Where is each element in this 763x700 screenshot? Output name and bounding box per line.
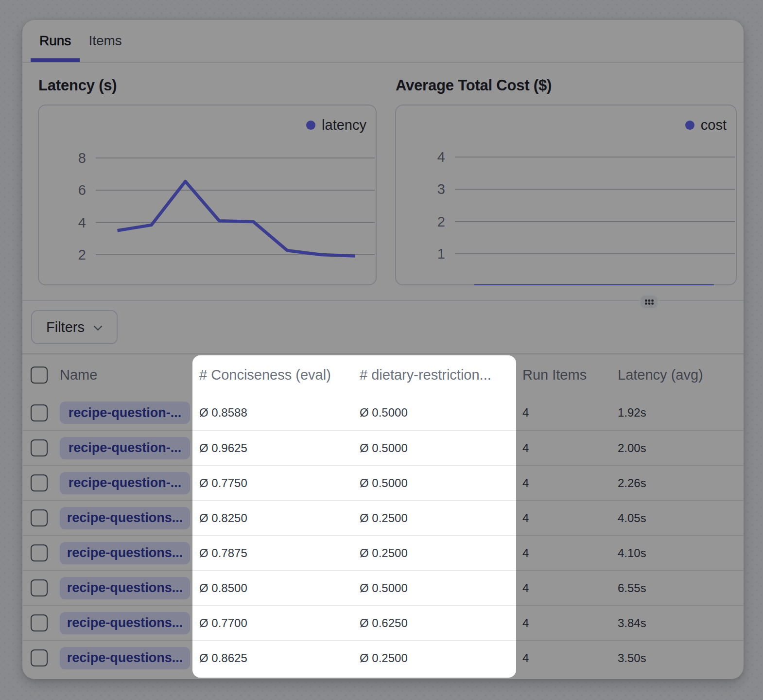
row-checkbox[interactable]	[31, 614, 48, 631]
cost-legend-label: cost	[701, 117, 727, 133]
cell-name: recipe-question-...	[52, 437, 191, 459]
latency-chart-card: 2468 latency	[38, 105, 377, 285]
cell-conciseness: Ø 0.9625	[191, 441, 352, 455]
latency-legend: latency	[306, 116, 366, 134]
row-checkbox[interactable]	[31, 439, 48, 456]
run-name-pill[interactable]: recipe-questions...	[60, 542, 190, 564]
run-name-pill[interactable]: recipe-question-...	[60, 472, 190, 494]
cell-latency: 2.26s	[610, 476, 744, 490]
table-row: recipe-question-...Ø 0.8588Ø 0.500041.92…	[22, 395, 744, 430]
run-name-pill[interactable]: recipe-questions...	[60, 612, 190, 634]
cell-conciseness: Ø 0.7875	[191, 546, 352, 560]
run-name-pill[interactable]: recipe-question-...	[60, 437, 190, 459]
run-name-pill[interactable]: recipe-questions...	[60, 507, 190, 529]
row-checkbox[interactable]	[31, 474, 48, 491]
svg-text:3: 3	[437, 181, 445, 197]
filters-toolbar: Filters	[22, 301, 744, 353]
chevron-down-icon	[92, 322, 104, 334]
cell-dietary: Ø 0.2500	[352, 511, 515, 525]
tab-bar: Runs Items	[22, 20, 744, 63]
run-name-pill[interactable]: recipe-questions...	[60, 647, 190, 669]
cost-legend-dot-icon	[685, 121, 694, 130]
cost-chart-title: Average Total Cost ($)	[395, 77, 737, 94]
cell-name: recipe-questions...	[52, 577, 191, 599]
svg-text:1: 1	[437, 246, 445, 262]
cell-name: recipe-question-...	[52, 402, 191, 424]
tab-runs[interactable]: Runs	[31, 20, 80, 62]
cell-conciseness: Ø 0.7700	[191, 616, 352, 630]
cell-conciseness: Ø 0.7750	[191, 476, 352, 490]
row-checkbox-cell	[22, 649, 52, 666]
latency-legend-label: latency	[322, 117, 366, 133]
cell-run-items: 4	[515, 651, 610, 665]
cost-chart-card: 1234 cost	[395, 105, 737, 285]
cell-run-items: 4	[515, 511, 610, 525]
cell-latency: 1.92s	[610, 406, 744, 420]
cell-name: recipe-questions...	[52, 647, 191, 669]
table-row: recipe-questions...Ø 0.7875Ø 0.250044.10…	[22, 535, 744, 570]
svg-text:4: 4	[78, 215, 86, 230]
cell-dietary: Ø 0.5000	[352, 406, 515, 420]
cell-name: recipe-questions...	[52, 542, 191, 564]
cell-conciseness: Ø 0.8500	[191, 581, 352, 595]
cell-latency: 4.05s	[610, 511, 744, 525]
table-row: recipe-questions...Ø 0.8250Ø 0.250044.05…	[22, 500, 744, 535]
cell-latency: 3.50s	[610, 651, 744, 665]
row-checkbox-cell	[22, 439, 52, 456]
header-latency[interactable]: Latency (avg)	[610, 367, 744, 383]
cell-dietary: Ø 0.6250	[352, 616, 515, 630]
table-row: recipe-questions...Ø 0.8500Ø 0.500046.55…	[22, 570, 744, 605]
row-checkbox-cell	[22, 509, 52, 526]
header-dietary[interactable]: # dietary-restriction...	[352, 367, 515, 383]
row-checkbox[interactable]	[31, 509, 48, 526]
drag-dots-icon	[645, 299, 654, 305]
row-checkbox[interactable]	[31, 544, 48, 561]
select-all-checkbox[interactable]	[31, 367, 48, 384]
dataset-runs-panel: Runs Items Latency (s) 2468 latency Aver…	[22, 20, 744, 679]
cell-dietary: Ø 0.5000	[352, 441, 515, 455]
cell-run-items: 4	[515, 616, 610, 630]
latency-chart-title: Latency (s)	[38, 77, 377, 94]
cell-dietary: Ø 0.2500	[352, 546, 515, 560]
cell-name: recipe-questions...	[52, 507, 191, 529]
cell-name: recipe-questions...	[52, 612, 191, 634]
svg-text:2: 2	[437, 214, 445, 229]
row-checkbox-cell	[22, 404, 52, 421]
table-body: recipe-question-...Ø 0.8588Ø 0.500041.92…	[22, 395, 744, 675]
runs-table: Name # Conciseness (eval) # dietary-rest…	[22, 353, 744, 675]
table-row: recipe-questions...Ø 0.7700Ø 0.625043.84…	[22, 605, 744, 640]
svg-text:8: 8	[78, 150, 86, 166]
cell-latency: 6.55s	[610, 581, 744, 595]
page-background: Runs Items Latency (s) 2468 latency Aver…	[0, 0, 763, 700]
table-header-row: Name # Conciseness (eval) # dietary-rest…	[22, 353, 744, 395]
cell-dietary: Ø 0.5000	[352, 476, 515, 490]
cell-conciseness: Ø 0.8625	[191, 651, 352, 665]
svg-text:4: 4	[437, 149, 445, 165]
row-checkbox[interactable]	[31, 404, 48, 421]
table-row: recipe-question-...Ø 0.9625Ø 0.500042.00…	[22, 430, 744, 465]
table-row: recipe-question-...Ø 0.7750Ø 0.500042.26…	[22, 465, 744, 500]
cell-name: recipe-question-...	[52, 472, 191, 494]
header-name[interactable]: Name	[52, 367, 191, 383]
cell-run-items: 4	[515, 406, 610, 420]
header-conciseness[interactable]: # Conciseness (eval)	[191, 367, 352, 383]
row-checkbox-cell	[22, 614, 52, 631]
tab-items[interactable]: Items	[80, 20, 130, 62]
filters-button-label: Filters	[46, 319, 85, 335]
latency-legend-dot-icon	[306, 121, 315, 130]
row-checkbox[interactable]	[31, 579, 48, 596]
run-name-pill[interactable]: recipe-questions...	[60, 577, 190, 599]
run-name-pill[interactable]: recipe-question-...	[60, 402, 190, 424]
filters-button[interactable]: Filters	[31, 310, 118, 344]
row-checkbox[interactable]	[31, 649, 48, 666]
row-checkbox-cell	[22, 474, 52, 491]
cell-run-items: 4	[515, 441, 610, 455]
header-run-items[interactable]: Run Items	[515, 367, 610, 383]
cell-latency: 4.10s	[610, 546, 744, 560]
section-resize-handle[interactable]	[641, 296, 658, 308]
table-row: recipe-questions...Ø 0.8625Ø 0.250043.50…	[22, 640, 744, 675]
svg-text:2: 2	[78, 247, 86, 262]
cell-latency: 2.00s	[610, 441, 744, 455]
svg-text:6: 6	[78, 182, 86, 198]
cost-chart-block: Average Total Cost ($) 1234 cost	[395, 77, 737, 285]
